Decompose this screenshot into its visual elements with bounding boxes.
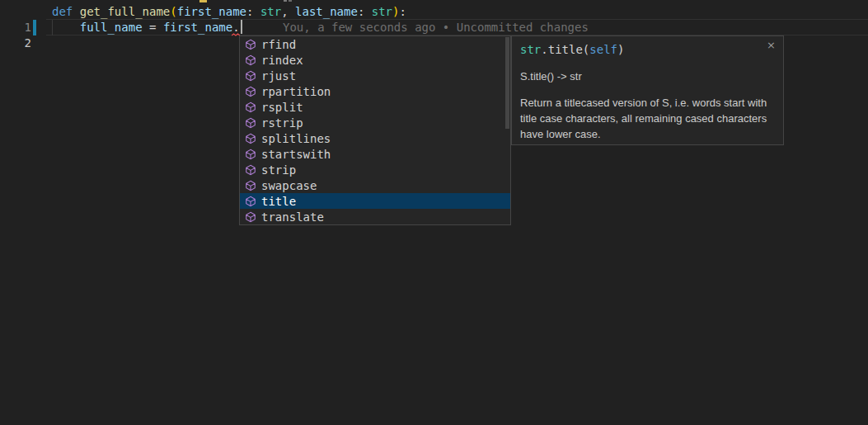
suggestion-label: splitlines <box>261 132 331 145</box>
code-token: ( <box>170 5 176 18</box>
method-icon <box>244 148 257 161</box>
code-token: ) <box>617 43 624 56</box>
suggestion-label: startswith <box>261 148 331 161</box>
method-icon <box>244 38 257 51</box>
clipped-line-fragment <box>289 0 292 2</box>
editor-viewport[interactable]: 1 def get_full_name(first_name: str, las… <box>0 0 868 425</box>
code-token: def <box>52 5 80 18</box>
suggestion-label: rindex <box>261 54 303 67</box>
code-token: full_name <box>80 21 143 34</box>
method-icon <box>244 132 257 145</box>
suggestion-label: rfind <box>261 38 296 51</box>
suggestion-item-rfind[interactable]: rfind <box>240 36 510 52</box>
method-icon <box>244 163 257 177</box>
suggestion-label: title <box>261 195 296 208</box>
method-icon <box>244 54 257 67</box>
suggest-scrollbar[interactable] <box>505 37 509 129</box>
suggestion-item-rstrip[interactable]: rstrip <box>240 115 510 130</box>
clipped-line-fragment <box>284 0 287 2</box>
suggestion-item-swapcase[interactable]: swapcase <box>240 177 510 193</box>
method-icon <box>244 195 257 208</box>
suggestion-item-startswith[interactable]: startswith <box>240 146 510 162</box>
method-icon <box>244 69 257 83</box>
suggest-widget: rfind rindex rjust rpartition rsplit rst… <box>239 35 511 225</box>
suggestion-item-title-selected[interactable]: title <box>240 193 510 209</box>
suggestion-label: strip <box>261 163 296 177</box>
code-token: last_name <box>295 5 358 18</box>
code-text: full_name = first_name. <box>52 20 242 35</box>
line-number[interactable]: 2 <box>7 35 31 51</box>
suggestion-label: rstrip <box>261 116 303 130</box>
suggestion-label: swapcase <box>261 179 317 192</box>
suggestion-item-translate[interactable]: translate <box>240 209 510 224</box>
code-token: first_name <box>177 5 246 18</box>
suggestion-item-strip[interactable]: strip <box>240 162 510 177</box>
method-icon <box>244 85 257 98</box>
code-token: get_full_name <box>80 5 171 18</box>
close-icon[interactable]: × <box>767 40 776 50</box>
method-icon <box>244 101 257 114</box>
method-icon <box>244 210 257 224</box>
suggestion-label: rpartition <box>261 85 331 98</box>
docs-signature: str.title(self) <box>520 42 775 58</box>
suggestion-item-rjust[interactable]: rjust <box>240 68 510 83</box>
suggest-docs-panel: × str.title(self) S.title() -> str Retur… <box>511 35 784 145</box>
code-token: . <box>232 21 239 34</box>
code-token: ) <box>392 5 399 18</box>
method-icon <box>244 116 257 130</box>
suggestion-item-rindex[interactable]: rindex <box>240 52 510 68</box>
suggestion-label: rsplit <box>261 101 303 114</box>
suggestion-item-rsplit[interactable]: rsplit <box>240 99 510 115</box>
suggestion-label: rjust <box>261 69 296 83</box>
code-token: self <box>589 43 617 56</box>
code-token: = <box>143 21 163 34</box>
code-token: : <box>400 5 406 18</box>
git-blame-annotation: You, a few seconds ago • Uncommitted cha… <box>283 20 589 35</box>
code-token: : <box>358 5 372 18</box>
code-token: .title( <box>541 43 589 56</box>
code-text: def get_full_name(first_name: str, last_… <box>52 4 406 20</box>
suggestion-label: translate <box>261 210 324 224</box>
docs-description: Return a titlecased version of S, i.e. w… <box>520 95 767 142</box>
suggestion-item-rpartition[interactable]: rpartition <box>240 83 510 99</box>
code-token: , <box>281 5 295 18</box>
code-token: str <box>372 5 392 18</box>
code-line-1[interactable]: 1 def get_full_name(first_name: str, las… <box>0 4 868 20</box>
code-token: : <box>246 5 260 18</box>
text-cursor <box>241 20 242 34</box>
code-token <box>52 21 80 34</box>
code-token: str <box>260 5 281 18</box>
clipped-line-fragment <box>199 0 207 2</box>
suggestion-item-splitlines[interactable]: splitlines <box>240 130 510 146</box>
code-token: first_name <box>163 21 232 34</box>
code-token: str <box>520 43 541 56</box>
method-icon <box>244 179 257 192</box>
docs-summary: S.title() -> str <box>520 69 775 83</box>
